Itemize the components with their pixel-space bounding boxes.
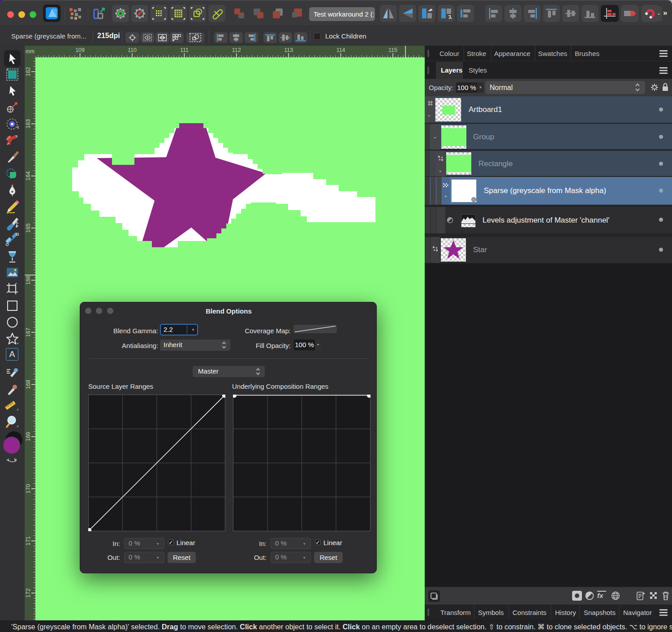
svg-text:166: 166	[25, 275, 31, 285]
svg-text:114: 114	[336, 47, 345, 53]
svg-text:164: 164	[25, 171, 31, 181]
svg-text:167: 167	[25, 328, 31, 337]
svg-text:162: 162	[25, 67, 31, 77]
svg-text:172: 172	[25, 589, 31, 598]
svg-text:165: 165	[25, 224, 31, 233]
svg-text:163: 163	[25, 119, 31, 129]
svg-text:112: 112	[232, 47, 241, 53]
svg-text:110: 110	[128, 47, 137, 53]
svg-text:111: 111	[180, 47, 189, 53]
svg-text:168: 168	[25, 380, 31, 389]
svg-text:109: 109	[75, 47, 85, 53]
svg-text:115: 115	[388, 47, 397, 53]
svg-text:171: 171	[25, 536, 31, 546]
svg-text:113: 113	[284, 47, 293, 53]
svg-text:170: 170	[25, 484, 31, 494]
svg-text:169: 169	[25, 432, 31, 441]
